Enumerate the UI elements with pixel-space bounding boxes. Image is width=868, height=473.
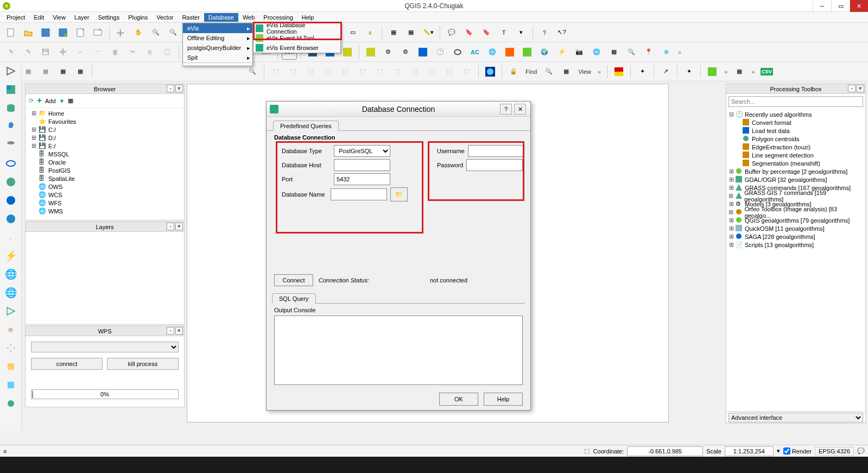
scale-lock-icon[interactable]: ▾ <box>777 447 780 455</box>
password-input[interactable] <box>466 159 523 171</box>
tree-item-home[interactable]: ⊞📁Home <box>28 109 182 117</box>
browser-collapse-button[interactable]: ▫ <box>167 85 174 92</box>
plugin18-icon[interactable]: 🔍 <box>624 45 639 60</box>
maximize-button[interactable]: ▭ <box>831 0 850 12</box>
browser-filter-icon[interactable]: ▼ <box>59 98 65 104</box>
tb3-overflow2-icon[interactable]: » <box>749 68 757 75</box>
toolbox-close-button[interactable]: ✕ <box>857 85 864 92</box>
add-delimited-icon[interactable]: , <box>4 230 18 244</box>
tree-item-oracle[interactable]: 🗄Oracle <box>28 158 182 166</box>
tb3-icon19[interactable]: ↗ <box>658 64 673 79</box>
add-wfs-icon[interactable] <box>4 212 18 226</box>
paste-icon[interactable]: 📋 <box>160 45 175 60</box>
plugin11-icon[interactable] <box>502 45 517 60</box>
misc2-icon[interactable] <box>4 378 18 392</box>
add-feature-icon[interactable]: ➕ <box>55 45 71 60</box>
menu-edit[interactable]: Edit <box>29 13 48 22</box>
plugin5-icon[interactable]: ⚙ <box>381 45 396 60</box>
menu-processing[interactable]: Processing <box>259 13 297 22</box>
plugin15-icon[interactable]: 📷 <box>572 45 587 60</box>
help-whatsthis-icon[interactable]: ? <box>537 25 552 40</box>
tb3-icon22[interactable]: ▦ <box>732 64 747 79</box>
toolbox-group-6[interactable]: ⊞QGIS geoalgorithms [79 geoalgorithms] <box>728 216 863 224</box>
tab-sql-query[interactable]: SQL Query <box>272 293 316 304</box>
add-raster-icon[interactable] <box>4 83 18 97</box>
plugin16-icon[interactable]: 🌐 <box>589 45 604 60</box>
toolbox-recent[interactable]: ⊟🕐Recently used algorithms <box>728 110 863 118</box>
tree-item-postgis[interactable]: 🗄PostGIS <box>28 166 182 174</box>
deselect-icon[interactable]: ▭ <box>345 25 360 40</box>
layers-collapse-button[interactable]: ▫ <box>167 223 174 230</box>
wps-collapse-button[interactable]: ▫ <box>167 327 174 335</box>
toolbox-group-0[interactable]: ⊞Buffer by percentage [2 geoalgorithms] <box>728 167 863 175</box>
tb3-icon9[interactable]: ⬚ <box>320 64 335 79</box>
add-postgis-icon[interactable] <box>4 101 18 115</box>
edit-toggle-icon[interactable]: ✎ <box>3 45 18 60</box>
tb3-icon4[interactable]: ▦ <box>55 64 71 79</box>
add-wms-icon[interactable] <box>4 175 18 189</box>
wps-close-button[interactable]: ✕ <box>175 327 183 335</box>
close-button[interactable]: ✕ <box>850 0 868 12</box>
tb3-icon8[interactable]: ⬚ <box>303 64 318 79</box>
tree-item-c[interactable]: ⊞💾C:/ <box>28 125 182 134</box>
plugin12-icon[interactable] <box>519 45 535 60</box>
status-toggle-icon[interactable]: ≡ <box>3 448 7 455</box>
new-print-composer-icon[interactable] <box>73 25 88 40</box>
render-checkbox[interactable]: Render <box>783 447 812 455</box>
view-overflow-icon[interactable]: » <box>595 68 603 75</box>
evis-db-connection[interactable]: eVis Database Connection <box>254 23 340 33</box>
connect-button[interactable]: Connect <box>274 274 313 286</box>
db-menu-offline[interactable]: Offline Editing▸ <box>183 33 252 43</box>
toolbar-overflow-icon[interactable]: » <box>676 49 683 55</box>
plugin9-icon[interactable] <box>450 45 465 60</box>
wps-connect-button[interactable]: connect <box>31 358 103 370</box>
open-project-icon[interactable] <box>21 25 36 40</box>
expression-select-icon[interactable]: ε <box>363 25 378 40</box>
plugin3-icon[interactable] <box>340 45 355 60</box>
tb3-color-icon[interactable] <box>611 64 626 79</box>
tree-item-wfs[interactable]: 🌐WFS <box>28 199 182 207</box>
toolbox-group-8[interactable]: ⊞SAGA [228 geoalgorithms] <box>728 232 863 241</box>
lock-icon[interactable]: 🔒 <box>506 64 521 79</box>
db-menu-spit[interactable]: Spit▸ <box>183 53 252 62</box>
plugin20-icon[interactable]: ⊕ <box>658 45 674 60</box>
plugin4-icon[interactable] <box>363 45 378 60</box>
find-search-icon[interactable]: 🔍 <box>541 64 556 79</box>
tree-item-spatialite[interactable]: 🗄SpatiaLite <box>28 174 182 182</box>
wps-server-select[interactable] <box>31 342 179 352</box>
username-input[interactable] <box>468 145 524 157</box>
pan-to-selection-icon[interactable]: ✋ <box>131 25 146 40</box>
plugin7-icon[interactable] <box>415 45 430 60</box>
menu-layer[interactable]: Layer <box>70 13 94 22</box>
browser-props-icon[interactable]: ▦ <box>68 97 73 104</box>
dialog-ok-button[interactable]: OK <box>439 393 478 406</box>
menu-plugins[interactable]: Plugins <box>124 13 152 22</box>
move-feature-icon[interactable]: ↔ <box>73 45 88 60</box>
save-project-icon[interactable] <box>38 25 53 40</box>
menu-database[interactable]: Database <box>204 13 238 22</box>
status-extents-icon[interactable]: ⬚ <box>584 447 590 455</box>
evis-event-browser[interactable]: eVis Event Browser <box>254 43 340 53</box>
tb3-icon16[interactable]: ⬚ <box>442 64 457 79</box>
toolbox-group-1[interactable]: ⊞GDAL/OGR [32 geoalgorithms] <box>728 175 863 184</box>
gps-icon[interactable] <box>4 341 18 355</box>
menu-settings[interactable]: Settings <box>93 13 124 22</box>
find-list-icon[interactable]: ▦ <box>559 64 574 79</box>
tb3-icon6[interactable]: ⬚ <box>268 64 283 79</box>
delete-selected-icon[interactable]: 🗑 <box>107 45 123 60</box>
plugin17-icon[interactable]: ▦ <box>606 45 622 60</box>
measure-icon[interactable]: 📏▾ <box>421 25 436 40</box>
menu-help[interactable]: Help <box>297 13 319 22</box>
globe-icon[interactable]: 🌐 <box>4 267 18 281</box>
output-console[interactable] <box>274 316 523 385</box>
tb3-icon17[interactable]: ⬚ <box>459 64 474 79</box>
plugin6-icon[interactable]: ⚙ <box>398 45 413 60</box>
tb3-icon13[interactable]: ⬚ <box>390 64 405 79</box>
plugin8-icon[interactable]: 🕐 <box>433 45 448 60</box>
tb3-icon14[interactable]: ⬚ <box>407 64 422 79</box>
plugin10-icon[interactable]: 🌐 <box>485 45 500 60</box>
tree-item-d[interactable]: ⊞💾D:/ <box>28 134 182 142</box>
toolbox-group-3[interactable]: ⊞GRASS GIS 7 commands [159 geoalgorithms… <box>728 192 863 200</box>
tree-item-e[interactable]: ⊞💾E:/ <box>28 142 182 150</box>
remove-layer-icon[interactable]: ⊖ <box>4 323 18 337</box>
